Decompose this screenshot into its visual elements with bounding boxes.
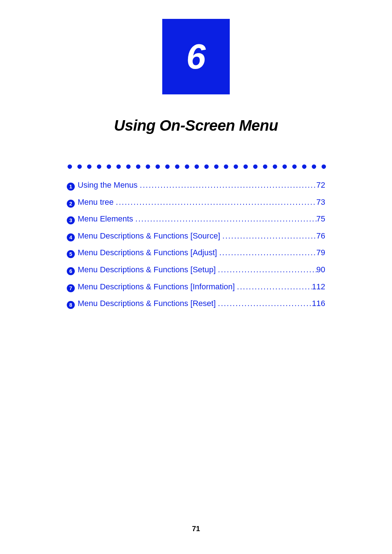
toc-entry[interactable]: 3 Menu Elements 75 [67, 214, 325, 224]
toc-entry[interactable]: 5 Menu Descriptions & Functions [Adjust]… [67, 248, 325, 258]
toc-bullet-icon: 7 [67, 284, 75, 292]
chapter-number-box: 6 [162, 19, 230, 94]
toc-leader-dots [114, 197, 316, 208]
toc-leader-dots [235, 282, 312, 292]
toc-entry[interactable]: 1 Using the Menus 72 [67, 180, 325, 191]
decorative-dots-row: ●●●●●●●●●●●●●●●●●●●●●●●●●●●●●●●●●●●●●●● [65, 160, 327, 172]
chapter-number: 6 [186, 37, 205, 77]
toc-bullet-icon: 3 [67, 216, 75, 224]
toc-title: Menu Elements [78, 214, 133, 224]
toc-entry[interactable]: 6 Menu Descriptions & Functions [Setup] … [67, 265, 325, 275]
toc-leader-dots [220, 231, 317, 241]
toc-title: Menu Descriptions & Functions [Setup] [78, 265, 216, 275]
toc-entry[interactable]: 2 Menu tree 73 [67, 197, 325, 208]
toc-entry[interactable]: 4 Menu Descriptions & Functions [Source]… [67, 231, 325, 241]
toc-entry[interactable]: 8 Menu Descriptions & Functions [Reset] … [67, 298, 325, 309]
toc-leader-dots [217, 248, 317, 258]
toc-page: 116 [312, 298, 325, 309]
toc-bullet-icon: 1 [67, 183, 75, 191]
toc-page: 79 [317, 248, 325, 258]
toc-bullet-icon: 6 [67, 267, 75, 275]
chapter-title: Using On-Screen Menu [0, 117, 392, 134]
toc-leader-dots [216, 298, 312, 309]
toc-page: 73 [317, 197, 325, 208]
page-number: 71 [0, 525, 392, 533]
toc-page: 90 [317, 265, 325, 275]
toc-entry[interactable]: 7 Menu Descriptions & Functions [Informa… [67, 282, 325, 292]
toc-title: Menu Descriptions & Functions [Reset] [78, 298, 216, 309]
toc-bullet-icon: 2 [67, 200, 75, 208]
toc-page: 76 [317, 231, 325, 241]
toc-page: 112 [312, 282, 325, 292]
toc-title: Menu Descriptions & Functions [Informati… [78, 282, 235, 292]
toc-leader-dots [133, 214, 317, 224]
toc-list: 1 Using the Menus 72 2 Menu tree 73 3 Me… [65, 180, 327, 309]
toc-title: Menu tree [78, 197, 114, 208]
toc-title: Menu Descriptions & Functions [Adjust] [78, 248, 217, 258]
toc-title: Using the Menus [78, 180, 138, 191]
toc-title: Menu Descriptions & Functions [Source] [78, 231, 220, 241]
toc-page: 72 [317, 180, 325, 191]
toc-bullet-icon: 4 [67, 233, 75, 241]
toc-leader-dots [216, 265, 316, 275]
toc-leader-dots [138, 180, 316, 191]
toc-container: ●●●●●●●●●●●●●●●●●●●●●●●●●●●●●●●●●●●●●●● … [65, 160, 327, 309]
toc-bullet-icon: 5 [67, 250, 75, 258]
toc-page: 75 [317, 214, 325, 224]
toc-bullet-icon: 8 [67, 301, 75, 309]
